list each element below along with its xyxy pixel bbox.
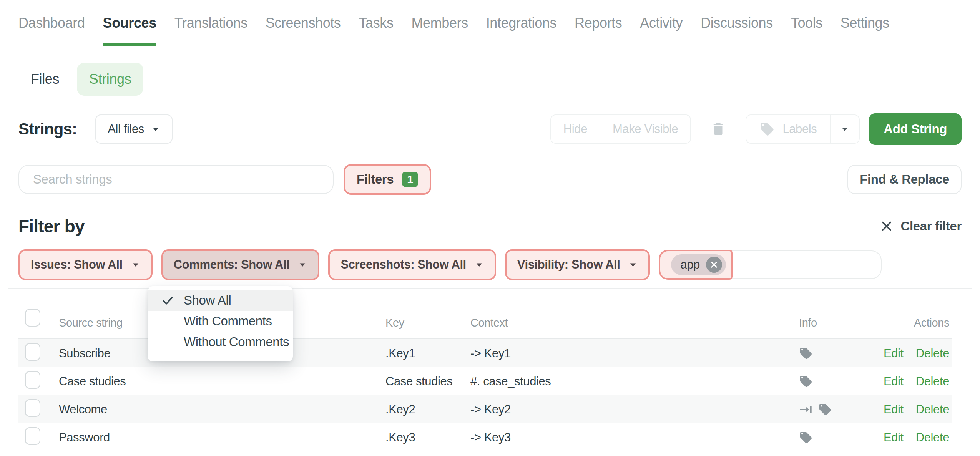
labels-dropdown-toggle[interactable] xyxy=(830,115,859,143)
clear-filter-button[interactable]: Clear filter xyxy=(881,219,962,234)
caret-down-icon xyxy=(298,260,307,269)
dropdown-item-with-comments[interactable]: With Comments xyxy=(148,311,293,332)
dropdown-item-show-all[interactable]: Show All xyxy=(148,290,293,311)
cell-actions: EditDelete xyxy=(862,431,952,444)
edit-link[interactable]: Edit xyxy=(884,375,904,388)
delete-link[interactable]: Delete xyxy=(916,403,949,416)
filters-row: Issues: Show AllComments: Show AllScreen… xyxy=(18,249,962,280)
tag-icon xyxy=(799,431,813,444)
row-checkbox[interactable] xyxy=(25,399,40,417)
edit-link[interactable]: Edit xyxy=(884,431,904,444)
hide-button[interactable]: Hide xyxy=(551,115,600,143)
cell-info xyxy=(780,403,862,416)
dropdown-item-label: Show All xyxy=(184,293,231,308)
source-subtabs: FilesStrings xyxy=(18,63,980,96)
search-strings-input[interactable] xyxy=(18,165,334,194)
column-header-key: Key xyxy=(385,317,470,329)
delete-strings-button[interactable] xyxy=(710,120,726,138)
table-row-password: Password.Key3-> Key3EditDelete xyxy=(18,423,952,451)
table-row-welcome: Welcome.Key2-> Key2EditDelete xyxy=(18,395,952,423)
dropdown-item-label: Without Comments xyxy=(184,335,289,349)
row-checkbox[interactable] xyxy=(25,427,40,445)
subtab-files[interactable]: Files xyxy=(18,63,71,96)
edit-link[interactable]: Edit xyxy=(884,403,904,416)
checkmark-icon xyxy=(161,294,174,307)
cell-actions: EditDelete xyxy=(862,347,952,360)
file-filter-dropdown[interactable]: All files xyxy=(95,114,173,144)
arrow-bar-icon xyxy=(799,403,813,416)
caret-down-icon xyxy=(475,260,484,269)
dropdown-item-without-comments[interactable]: Without Comments xyxy=(148,332,293,352)
filter-button-comments[interactable]: Comments: Show All xyxy=(161,249,320,280)
row-checkbox[interactable] xyxy=(25,343,40,361)
filters-count-badge: 1 xyxy=(402,172,418,187)
filter-button-screenshots[interactable]: Screenshots: Show All xyxy=(328,249,496,280)
filter-by-heading: Filter by xyxy=(18,216,85,237)
file-filter-value: All files xyxy=(108,122,144,136)
close-icon xyxy=(710,261,718,269)
edit-link[interactable]: Edit xyxy=(884,347,904,360)
cell-key: .Key1 xyxy=(385,347,470,360)
cell-context: -> Key2 xyxy=(470,403,780,416)
label-filter-input[interactable]: app xyxy=(659,250,882,279)
filter-button-visibility[interactable]: Visibility: Show All xyxy=(505,249,650,280)
find-replace-button[interactable]: Find & Replace xyxy=(847,165,962,194)
column-header-info: Info xyxy=(780,317,862,329)
delete-link[interactable]: Delete xyxy=(916,431,949,444)
nav-item-reports[interactable]: Reports xyxy=(575,0,622,46)
column-header-context: Context xyxy=(470,317,780,329)
filters-button-label: Filters xyxy=(357,172,394,187)
filter-button-label: Comments: Show All xyxy=(174,258,290,272)
strings-toolbar: Strings: All files Hide Make Visible Lab… xyxy=(18,113,962,145)
cell-context: -> Key1 xyxy=(470,347,780,360)
make-visible-button[interactable]: Make Visible xyxy=(600,115,690,143)
cell-key: Case studies xyxy=(385,375,470,388)
label-filter-active-segment: app xyxy=(659,250,733,280)
select-all-checkbox[interactable] xyxy=(25,309,40,327)
dropdown-item-label: With Comments xyxy=(184,314,272,328)
nav-item-settings[interactable]: Settings xyxy=(840,0,889,46)
cell-actions: EditDelete xyxy=(862,403,952,416)
cell-source-string: Case studies xyxy=(59,375,385,388)
nav-item-translations[interactable]: Translations xyxy=(174,0,247,46)
cell-actions: EditDelete xyxy=(862,375,952,388)
delete-link[interactable]: Delete xyxy=(916,347,949,360)
subtab-strings[interactable]: Strings xyxy=(77,63,143,96)
filter-by-row: Filter by Clear filter xyxy=(18,217,962,235)
cell-source-string: Welcome xyxy=(59,403,385,416)
nav-item-integrations[interactable]: Integrations xyxy=(486,0,556,46)
tag-icon xyxy=(799,375,813,388)
cell-info xyxy=(780,431,862,444)
add-string-button[interactable]: Add String xyxy=(869,113,962,145)
caret-down-icon xyxy=(840,124,849,134)
visibility-button-group: Hide Make Visible xyxy=(550,114,691,144)
filter-button-label: Visibility: Show All xyxy=(517,258,620,272)
labels-button[interactable]: Labels xyxy=(746,115,830,143)
nav-item-sources[interactable]: Sources xyxy=(103,0,156,46)
cell-context: #. case_studies xyxy=(470,375,780,388)
nav-item-dashboard[interactable]: Dashboard xyxy=(18,0,85,46)
clear-filter-label: Clear filter xyxy=(901,219,962,234)
tag-icon xyxy=(818,403,832,416)
nav-item-tools[interactable]: Tools xyxy=(791,0,822,46)
label-chip-text: app xyxy=(680,258,700,272)
toolbar-right: Hide Make Visible Labels Add String xyxy=(550,113,962,145)
filter-button-issues[interactable]: Issues: Show All xyxy=(18,249,153,280)
remove-label-chip-button[interactable] xyxy=(706,257,722,273)
caret-down-icon xyxy=(151,124,160,134)
nav-item-tasks[interactable]: Tasks xyxy=(359,0,393,46)
cell-key: .Key2 xyxy=(385,403,470,416)
delete-link[interactable]: Delete xyxy=(916,375,949,388)
nav-item-members[interactable]: Members xyxy=(412,0,468,46)
row-checkbox[interactable] xyxy=(25,371,40,389)
nav-item-screenshots[interactable]: Screenshots xyxy=(266,0,341,46)
filter-button-label: Issues: Show All xyxy=(31,258,123,272)
nav-item-activity[interactable]: Activity xyxy=(640,0,683,46)
caret-down-icon xyxy=(628,260,638,269)
nav-item-discussions[interactable]: Discussions xyxy=(701,0,773,46)
page-title: Strings: xyxy=(18,120,77,138)
labels-button-label: Labels xyxy=(782,122,817,136)
filters-button[interactable]: Filters 1 xyxy=(344,164,431,195)
cell-key: .Key3 xyxy=(385,431,470,444)
filter-button-label: Screenshots: Show All xyxy=(341,258,466,272)
